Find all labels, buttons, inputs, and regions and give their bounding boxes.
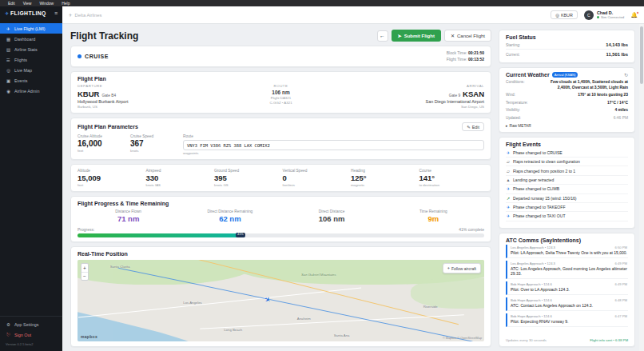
list-icon: ☰ bbox=[6, 58, 11, 62]
stat-distance-flown: Distance Flown 71 nm bbox=[78, 209, 179, 223]
map-title: Real-Time Position bbox=[78, 251, 484, 257]
event-icon: ▱ bbox=[506, 159, 511, 164]
weather-title: Current Weather bbox=[506, 72, 550, 78]
chart-icon: ▤ bbox=[6, 47, 11, 52]
back-arrow-icon: ← bbox=[380, 33, 385, 38]
departure-city: Burbank, US bbox=[78, 105, 213, 109]
sidebar-item-events[interactable]: ▣ Events bbox=[0, 75, 62, 86]
metric-altitude: Altitude 15,009 feet bbox=[78, 169, 143, 187]
raw-metar-toggle[interactable]: ▸ Raw METAR bbox=[506, 124, 628, 128]
menu-edit[interactable]: Edit bbox=[8, 1, 15, 6]
flight-time-label: Flight Time: bbox=[447, 57, 467, 62]
phase-card: CRUISE Block Time: 00:21:50 Flight Time:… bbox=[70, 46, 491, 67]
event-row: ▱ Flaps retracted to clean configuration bbox=[506, 158, 628, 166]
weather-conditions-row: Conditions: Few clouds at 1,400ft, Scatt… bbox=[506, 80, 628, 90]
weather-wind-row: Wind: 170° at 10 knots gusting 23 bbox=[506, 93, 628, 98]
event-row: ▲ Landing gear retracted bbox=[506, 176, 628, 185]
map-label: Riverside bbox=[423, 305, 438, 309]
progress-title: Flight Progress & Time Remaining bbox=[78, 201, 484, 206]
arrival-badge: Arrival (KSAN) bbox=[552, 72, 578, 78]
departure-block: DEPARTURE KBUR Gate B4 Hollywood Burbank… bbox=[78, 84, 213, 109]
user-status: Sim Connected bbox=[597, 15, 624, 19]
weather-visibility-row: Visibility: 4 miles bbox=[506, 108, 628, 114]
sidebar-item-sign-out[interactable]: ⎋ Sign Out bbox=[0, 329, 62, 340]
sidebar-item-dashboard[interactable]: ▦ Dashboard bbox=[0, 34, 62, 44]
cancel-flight-button[interactable]: ✕ Cancel Flight bbox=[444, 30, 491, 42]
sidebar-item-airline-admin[interactable]: ◉ Airline Admin bbox=[0, 86, 62, 96]
map-label: Los Angeles bbox=[183, 301, 201, 305]
page-scrollbar[interactable] bbox=[639, 24, 644, 351]
metric-airspeed: Airspeed 330 knots IAS bbox=[146, 169, 212, 187]
edit-parameters-button[interactable]: ✎ Edit bbox=[462, 122, 484, 131]
refresh-icon[interactable]: ↻ bbox=[624, 72, 628, 78]
chevron-right-icon: ▸ bbox=[506, 124, 507, 128]
flight-events-title: Flight Events bbox=[506, 142, 628, 147]
weather-updated-row: Updated: 6:46 PM bbox=[506, 116, 628, 122]
zoom-in-button[interactable]: + bbox=[81, 264, 88, 272]
weather-temperature-row: Temperature: 17°C / 14°C bbox=[506, 101, 628, 106]
submit-flight-button[interactable]: ➤ Submit Flight bbox=[392, 30, 441, 42]
progress-bar-fill: 41% bbox=[78, 233, 244, 237]
atc-update-interval: Updates every 30 seconds bbox=[506, 338, 547, 342]
cruise-altitude-block: Cruise Altitude 16,000 feet bbox=[78, 134, 119, 155]
map-label: Santa Ana bbox=[334, 333, 350, 337]
map-zoom-control: + − bbox=[81, 263, 89, 281]
arrival-city: San Diego, US bbox=[348, 105, 484, 109]
sidebar-item-airline-stats[interactable]: ▤ Airline Stats bbox=[0, 44, 62, 54]
event-row: ↗ Departed runway 15 (wind: 150/16) bbox=[506, 194, 628, 203]
sign-out-icon: ⎋ bbox=[6, 332, 11, 337]
fuel-starting-label: Starting: bbox=[506, 43, 520, 47]
page-scrollbar-thumb[interactable] bbox=[640, 26, 643, 84]
atc-comms-card: ATC Comms (SayIntentions) Los Angeles Ap… bbox=[499, 233, 635, 347]
atc-message: Bob Hope Approach • 124.6 6:49 PM Pilot:… bbox=[506, 281, 628, 295]
send-icon: ➤ bbox=[398, 33, 402, 38]
fuel-current-label: Current: bbox=[506, 53, 520, 57]
phase-dot-icon bbox=[78, 54, 81, 58]
hamburger-menu-icon[interactable]: ≡ bbox=[54, 10, 58, 16]
event-icon: ▱ bbox=[506, 169, 511, 174]
flight-plan-title: Flight Plan bbox=[78, 76, 484, 82]
notification-dot bbox=[636, 11, 639, 14]
metric-ground-speed: Ground Speed 395 knots GS bbox=[214, 169, 280, 187]
menu-help[interactable]: Help bbox=[62, 1, 70, 6]
atc-messages-list[interactable]: Los Angeles Approach • 124.3 6:50 PM Pil… bbox=[506, 245, 628, 337]
connected-dot-icon bbox=[597, 16, 599, 18]
notifications-bell-icon[interactable]: 🔔 bbox=[630, 12, 638, 18]
sidebar-item-live-map[interactable]: ◎ Live Map bbox=[0, 65, 62, 75]
progress-bar: 41% bbox=[78, 233, 484, 237]
follow-aircraft-button[interactable]: ⌖ Follow aircraft bbox=[443, 263, 481, 273]
sidebar-item-app-settings[interactable]: ⚙ App Settings bbox=[0, 319, 62, 329]
user-menu[interactable]: C Chad D. Sim Connected bbox=[584, 10, 624, 20]
map-label: Anaheim bbox=[297, 317, 311, 321]
block-time-label: Block Time: bbox=[447, 50, 467, 55]
gear-icon: ⚙ bbox=[6, 322, 11, 327]
sidebar-item-flights[interactable]: ☰ Flights bbox=[0, 54, 62, 65]
map-label: San Gabriel Mountains bbox=[301, 273, 336, 277]
menu-window[interactable]: Window bbox=[39, 1, 54, 6]
metric-course: Course 141° to destination bbox=[419, 169, 485, 187]
back-button[interactable]: ← bbox=[377, 30, 388, 42]
stat-distance-remaining: Direct Distance Remaining 62 nm bbox=[179, 209, 280, 223]
progress-percent-chip: 41% bbox=[236, 233, 245, 237]
map-canvas[interactable]: Santa Clarita San Gabriel Mountains Los … bbox=[78, 260, 484, 341]
route-waypoints-value: VNY3 FIM V386 RZS 388 LAX COMIX2 bbox=[183, 140, 484, 150]
zoom-out-button[interactable]: − bbox=[81, 272, 88, 280]
atc-message: Los Angeles Approach • 124.3 6:49 PM ATC… bbox=[506, 261, 628, 280]
pencil-icon: ✎ bbox=[467, 125, 471, 130]
dashboard-icon: ▦ bbox=[6, 37, 11, 42]
arrival-airport: San Diego International Airport bbox=[348, 99, 484, 104]
progress-card: Flight Progress & Time Remaining Distanc… bbox=[70, 196, 491, 242]
menu-view[interactable]: View bbox=[23, 1, 32, 6]
map-label: Santa Clarita bbox=[110, 265, 130, 269]
real-time-position-card: Real-Time Position Santa Clarita bbox=[70, 246, 491, 347]
cruise-speed-block: Cruise Speed 367 knots bbox=[130, 134, 172, 155]
airline-indicator[interactable]: ✈ Delta Airlines bbox=[69, 13, 101, 18]
app-logo: FLIGHTLINQ bbox=[10, 10, 46, 16]
airport-button[interactable]: ◎ KBUR bbox=[551, 10, 578, 19]
sidebar-item-live-flight[interactable]: ✈ Live Flight (LMI) bbox=[0, 23, 62, 34]
flight-events-list[interactable]: ✈ Phase changed to CRUISE ▱ Flaps retrac… bbox=[506, 149, 628, 224]
event-row: ✈ Phase changed to CRUISE bbox=[506, 149, 628, 158]
atc-message: Bob Hope Approach • 124.6 6:48 PM ATC: C… bbox=[506, 297, 628, 311]
admin-icon: ◉ bbox=[6, 89, 11, 94]
event-row: ✈ Phase changed to TAXI OUT bbox=[506, 212, 628, 221]
